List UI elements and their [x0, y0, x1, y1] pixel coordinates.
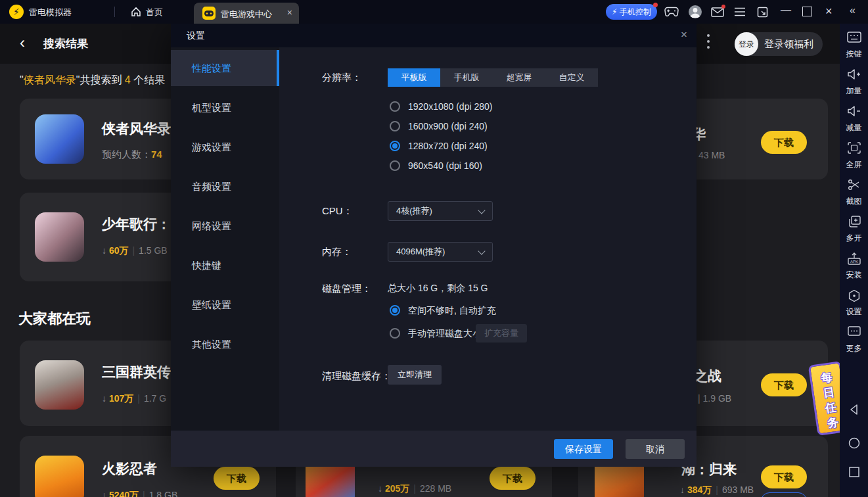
svg-text:APK: APK — [850, 260, 857, 264]
game-title: 少年歌行： — [102, 215, 171, 233]
keyboard-mapping-button[interactable]: 按键 — [840, 32, 868, 63]
tab-phone[interactable]: 手机版 — [440, 68, 493, 87]
radio-label[interactable]: 空间不够时, 自动扩充 — [408, 305, 496, 317]
ldplayer-logo-icon: ⚡ — [9, 5, 24, 19]
phone-control-button[interactable]: ⚡ 手机控制 — [606, 4, 657, 20]
multi-instance-button[interactable]: 多开 — [840, 216, 868, 247]
cpu-select[interactable]: 4核(推荐) — [388, 201, 493, 221]
home-icon[interactable] — [130, 6, 142, 18]
more-tools-button[interactable]: 更多 — [840, 326, 868, 358]
game-meta: ↓ 205万|228 MB — [378, 483, 451, 495]
more-icon — [848, 326, 861, 336]
dialog-body: 性能设置 机型设置 游戏设置 音频设置 网络设置 快捷键 壁纸设置 其他设置 分… — [171, 47, 697, 431]
avatar[interactable] — [689, 5, 702, 18]
notification-dot — [653, 3, 658, 7]
volume-down-button[interactable]: 减量 — [840, 105, 868, 137]
dialog-header: 设置 × — [171, 24, 697, 47]
android-recents-button[interactable] — [840, 467, 868, 480]
android-back-button[interactable] — [840, 404, 868, 418]
game-icon — [35, 456, 84, 497]
menu-icon[interactable] — [734, 7, 746, 16]
settings-icon — [848, 289, 861, 302]
section-title: 大家都在玩 — [18, 309, 91, 329]
sidebar-item-network[interactable]: 网络设置 — [171, 208, 279, 244]
download-button[interactable]: 下载 — [761, 373, 807, 396]
sidebar-item-performance[interactable]: 性能设置 — [171, 50, 279, 86]
login-avatar[interactable]: 登录 — [735, 32, 758, 56]
apk-install-button[interactable]: APK 安装 — [840, 252, 868, 284]
tab-close-icon[interactable]: × — [287, 7, 292, 18]
download-button[interactable]: 下载 — [761, 465, 807, 488]
game-icon — [35, 360, 84, 410]
resolution-tabs: 平板版 手机版 超宽屏 自定义 — [388, 68, 598, 87]
sidebar-item-hotkeys[interactable]: 快捷键 — [171, 247, 279, 283]
download-button[interactable]: 下载 — [490, 467, 536, 490]
fullscreen-button[interactable]: 全屏 — [840, 142, 868, 174]
radio-label[interactable]: 手动管理磁盘大小 — [408, 328, 482, 340]
right-toolbar: 按键 加量 减量 全屏 截图 多开 APK 安装 设置 — [840, 24, 868, 497]
radio-label[interactable]: 960x540 (dpi 160) — [408, 160, 482, 171]
sidebar-item-wallpaper[interactable]: 壁纸设置 — [171, 287, 279, 323]
minimize-button[interactable]: — — [781, 4, 791, 16]
save-settings-button[interactable]: 保存设置 — [554, 439, 613, 459]
sidebar-item-other[interactable]: 其他设置 — [171, 326, 279, 362]
volume-up-button[interactable]: 加量 — [840, 68, 868, 100]
close-button[interactable]: × — [825, 5, 833, 18]
radio-1280x720[interactable] — [390, 141, 400, 151]
disk-info: 总大小 16 G，剩余 15 G — [388, 283, 488, 295]
radio-auto-expand[interactable] — [390, 305, 400, 316]
radio-1920x1080[interactable] — [390, 101, 400, 112]
sidebar-item-game[interactable]: 游戏设置 — [171, 129, 279, 165]
cancel-button[interactable]: 取消 — [626, 439, 685, 459]
tab-custom[interactable]: 自定义 — [545, 68, 598, 87]
game-title: 火影忍者 — [102, 460, 157, 478]
volume-up-icon — [847, 68, 861, 80]
sidebar-collapse-icon[interactable]: « — [850, 5, 856, 16]
gamepad-icon[interactable] — [664, 7, 679, 18]
radio-960x540[interactable] — [390, 160, 400, 171]
clean-now-button[interactable]: 立即清理 — [388, 365, 442, 385]
android-home-icon — [848, 437, 860, 449]
back-icon[interactable]: ‹ — [20, 34, 25, 52]
game-title: 侠者风华录 — [102, 120, 171, 138]
dialog-close-icon[interactable]: × — [681, 28, 687, 41]
game-title: 之战 — [694, 367, 721, 385]
login-cta-button[interactable]: 登录 登录领福利 — [735, 32, 823, 56]
divider — [114, 7, 115, 17]
radio-label[interactable]: 1600x900 (dpi 240) — [408, 121, 488, 131]
tab-game-center[interactable]: 雷电游戏中心 × — [194, 3, 299, 24]
radio-label[interactable]: 1280x720 (dpi 240) — [408, 141, 488, 151]
game-meta: 预约人数：74 — [102, 149, 162, 161]
settings-button[interactable]: 设置 — [840, 289, 868, 321]
tab-home[interactable]: 首页 — [146, 7, 163, 18]
maximize-button[interactable] — [802, 7, 812, 16]
radio-manual-disk[interactable] — [390, 328, 400, 339]
tab-ultrawide[interactable]: 超宽屏 — [493, 68, 545, 87]
radio-1600x900[interactable] — [390, 121, 400, 131]
more-options-icon[interactable] — [707, 34, 710, 53]
multi-instance-icon — [848, 216, 861, 228]
search-summary: "侠者风华录"共搜索到 4 个结果 — [20, 74, 165, 87]
download-button[interactable]: 下载 — [214, 467, 260, 490]
game-title: 三国群英传 — [102, 363, 171, 381]
android-home-button[interactable] — [840, 437, 868, 452]
sidebar-item-audio[interactable]: 音频设置 — [171, 168, 279, 204]
sidebar-item-device[interactable]: 机型设置 — [171, 89, 279, 126]
screenshot-scissors-icon — [848, 179, 861, 191]
mail-icon[interactable] — [711, 7, 724, 17]
settings-dialog: 设置 × 性能设置 机型设置 游戏设置 音频设置 网络设置 快捷键 壁纸设置 其… — [171, 24, 697, 467]
tab-tablet[interactable]: 平板版 — [388, 68, 440, 87]
game-icon — [35, 212, 84, 262]
screenshot-button[interactable]: 截图 — [840, 179, 868, 210]
memory-select[interactable]: 4096M(推荐) — [388, 242, 493, 262]
download-button[interactable]: 下载 — [761, 131, 807, 154]
settings-sidebar: 性能设置 机型设置 游戏设置 音频设置 网络设置 快捷键 壁纸设置 其他设置 — [171, 47, 279, 431]
chevron-down-icon — [478, 206, 485, 214]
expand-capacity-button[interactable]: 扩充容量 — [476, 324, 527, 343]
app-window: ⚡ 雷电模拟器 首页 雷电游戏中心 × ⚡ 手机控制 — × « — [0, 0, 868, 497]
game-meta: ↓ 60万|1.5 GB — [102, 245, 168, 257]
cloud-play-button[interactable]: 云玩 — [761, 492, 807, 497]
android-recents-icon — [849, 467, 859, 477]
restore-window-icon[interactable] — [757, 7, 768, 18]
radio-label[interactable]: 1920x1080 (dpi 280) — [408, 101, 492, 112]
